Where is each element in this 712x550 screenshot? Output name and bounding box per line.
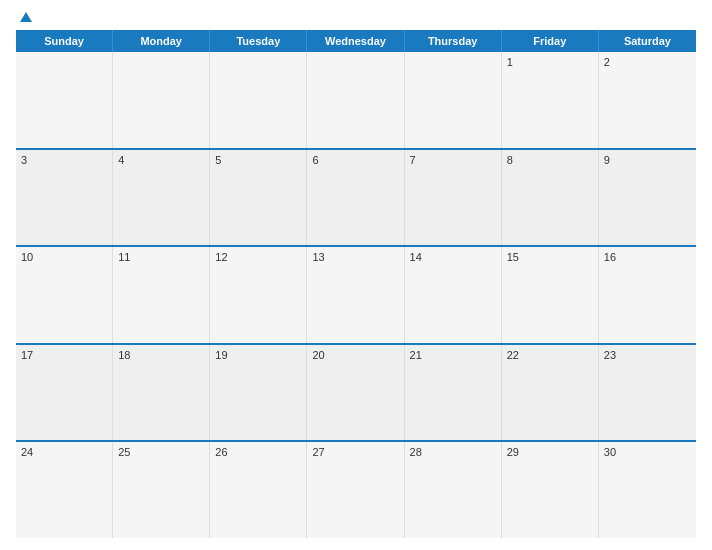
day-number: 30 — [604, 446, 691, 458]
calendar-cell-1-4: 7 — [405, 150, 502, 246]
calendar-cell-1-2: 5 — [210, 150, 307, 246]
calendar-header: SundayMondayTuesdayWednesdayThursdayFrid… — [16, 30, 696, 52]
calendar-cell-4-6: 30 — [599, 442, 696, 538]
header-day-wednesday: Wednesday — [307, 30, 404, 52]
day-number: 14 — [410, 251, 496, 263]
day-number: 23 — [604, 349, 691, 361]
calendar-cell-0-6: 2 — [599, 52, 696, 148]
calendar-cell-4-4: 28 — [405, 442, 502, 538]
day-number: 9 — [604, 154, 691, 166]
header-day-sunday: Sunday — [16, 30, 113, 52]
calendar-cell-0-1 — [113, 52, 210, 148]
calendar-row-3: 17181920212223 — [16, 345, 696, 443]
header-day-tuesday: Tuesday — [210, 30, 307, 52]
calendar-body: 1234567891011121314151617181920212223242… — [16, 52, 696, 538]
day-number: 28 — [410, 446, 496, 458]
header-day-saturday: Saturday — [599, 30, 696, 52]
calendar: SundayMondayTuesdayWednesdayThursdayFrid… — [16, 30, 696, 538]
day-number: 5 — [215, 154, 301, 166]
calendar-cell-1-3: 6 — [307, 150, 404, 246]
day-number: 8 — [507, 154, 593, 166]
calendar-cell-3-4: 21 — [405, 345, 502, 441]
header-day-friday: Friday — [502, 30, 599, 52]
calendar-cell-2-4: 14 — [405, 247, 502, 343]
day-number: 18 — [118, 349, 204, 361]
day-number: 27 — [312, 446, 398, 458]
calendar-cell-1-6: 9 — [599, 150, 696, 246]
day-number: 25 — [118, 446, 204, 458]
calendar-row-4: 24252627282930 — [16, 442, 696, 538]
day-number: 20 — [312, 349, 398, 361]
calendar-cell-4-2: 26 — [210, 442, 307, 538]
calendar-cell-1-5: 8 — [502, 150, 599, 246]
logo — [16, 12, 32, 22]
calendar-cell-4-0: 24 — [16, 442, 113, 538]
day-number: 2 — [604, 56, 691, 68]
calendar-cell-2-6: 16 — [599, 247, 696, 343]
calendar-cell-3-2: 19 — [210, 345, 307, 441]
header-day-thursday: Thursday — [405, 30, 502, 52]
day-number: 15 — [507, 251, 593, 263]
calendar-cell-0-0 — [16, 52, 113, 148]
calendar-row-1: 3456789 — [16, 150, 696, 248]
calendar-cell-2-0: 10 — [16, 247, 113, 343]
calendar-cell-3-0: 17 — [16, 345, 113, 441]
calendar-cell-0-5: 1 — [502, 52, 599, 148]
day-number: 4 — [118, 154, 204, 166]
calendar-cell-2-5: 15 — [502, 247, 599, 343]
day-number: 11 — [118, 251, 204, 263]
day-number: 13 — [312, 251, 398, 263]
logo-triangle-icon — [20, 12, 32, 22]
day-number: 22 — [507, 349, 593, 361]
calendar-cell-0-2 — [210, 52, 307, 148]
calendar-cell-4-3: 27 — [307, 442, 404, 538]
calendar-row-2: 10111213141516 — [16, 247, 696, 345]
day-number: 29 — [507, 446, 593, 458]
header — [16, 12, 696, 22]
calendar-cell-0-3 — [307, 52, 404, 148]
calendar-page: SundayMondayTuesdayWednesdayThursdayFrid… — [0, 0, 712, 550]
calendar-cell-3-5: 22 — [502, 345, 599, 441]
day-number: 17 — [21, 349, 107, 361]
calendar-cell-4-1: 25 — [113, 442, 210, 538]
calendar-cell-3-3: 20 — [307, 345, 404, 441]
calendar-cell-2-1: 11 — [113, 247, 210, 343]
day-number: 10 — [21, 251, 107, 263]
calendar-cell-3-6: 23 — [599, 345, 696, 441]
day-number: 1 — [507, 56, 593, 68]
day-number: 12 — [215, 251, 301, 263]
day-number: 24 — [21, 446, 107, 458]
day-number: 6 — [312, 154, 398, 166]
day-number: 16 — [604, 251, 691, 263]
calendar-cell-4-5: 29 — [502, 442, 599, 538]
calendar-cell-2-2: 12 — [210, 247, 307, 343]
day-number: 3 — [21, 154, 107, 166]
calendar-cell-1-1: 4 — [113, 150, 210, 246]
day-number: 19 — [215, 349, 301, 361]
calendar-cell-2-3: 13 — [307, 247, 404, 343]
logo-blue-text — [16, 12, 32, 22]
header-day-monday: Monday — [113, 30, 210, 52]
day-number: 26 — [215, 446, 301, 458]
calendar-cell-3-1: 18 — [113, 345, 210, 441]
day-number: 21 — [410, 349, 496, 361]
calendar-cell-0-4 — [405, 52, 502, 148]
calendar-cell-1-0: 3 — [16, 150, 113, 246]
calendar-row-0: 12 — [16, 52, 696, 150]
day-number: 7 — [410, 154, 496, 166]
